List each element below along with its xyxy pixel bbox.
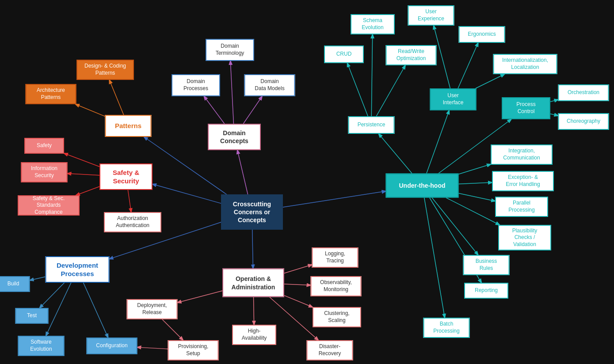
node-configuration: Configuration: [87, 337, 137, 354]
svg-line-28: [432, 198, 478, 255]
diagram: Crosscutting Concerns or ConceptsDomain …: [0, 0, 614, 364]
node-safety-security: Safety & Security: [99, 163, 153, 190]
svg-line-19: [458, 43, 478, 88]
node-safety: Safety: [24, 138, 64, 154]
node-domain-processes: Domain Processes: [172, 74, 220, 96]
svg-line-43: [84, 283, 108, 337]
node-clustering: Clustering, Scaling: [313, 307, 361, 327]
node-operation-admin: Operation & Administration: [222, 269, 284, 297]
svg-line-22: [550, 99, 558, 102]
node-under-the-hood: Under-the-hood: [386, 174, 459, 198]
node-domain-concepts: Domain Concepts: [208, 124, 261, 150]
svg-line-6: [68, 174, 100, 175]
svg-line-14: [347, 63, 368, 116]
svg-line-27: [446, 198, 500, 225]
node-user-experience: User Experience: [408, 5, 454, 26]
node-persistence: Persistence: [348, 116, 395, 134]
svg-line-37: [178, 291, 223, 303]
svg-line-1: [230, 61, 233, 124]
node-build: Build: [0, 276, 30, 292]
node-ergonomics: Ergonomics: [459, 26, 505, 43]
node-patterns: Patterns: [105, 115, 152, 137]
node-choreography: Choreography: [558, 113, 609, 130]
node-software-evolution: Software Evolution: [18, 336, 65, 356]
svg-line-0: [237, 150, 248, 194]
node-design-coding: Design- & Coding Patterns: [76, 60, 134, 80]
svg-line-7: [76, 186, 99, 195]
node-exception-handling: Exception- & Error Handling: [492, 171, 554, 191]
svg-line-33: [284, 284, 311, 285]
node-schema-evolution: Schema Evolution: [351, 14, 395, 34]
svg-line-38: [137, 347, 168, 349]
svg-line-32: [284, 265, 312, 273]
node-logging: Logging, Tracing: [312, 247, 358, 268]
node-high-availability: High- Availability: [232, 325, 276, 345]
svg-line-11: [76, 104, 105, 116]
node-disaster-recovery: Disaster- Recovery: [307, 340, 353, 360]
svg-line-31: [252, 230, 253, 269]
svg-line-23: [550, 114, 558, 116]
svg-line-41: [40, 283, 65, 308]
node-integration: Integration, Communication: [491, 144, 553, 165]
svg-line-20: [476, 74, 504, 88]
svg-line-15: [371, 34, 372, 116]
svg-line-4: [153, 184, 221, 204]
node-batch-processing: Batch Processing: [423, 318, 470, 338]
node-orchestration: Orchestration: [558, 84, 609, 101]
svg-line-35: [270, 297, 318, 341]
node-user-interface: User Interface: [430, 88, 477, 110]
node-provisioning: Provisioning, Setup: [168, 340, 219, 360]
svg-line-44: [162, 319, 183, 340]
node-deployment: Deployment, Release: [127, 299, 178, 319]
svg-line-42: [46, 283, 71, 336]
node-development-processes: Development Processes: [46, 256, 110, 283]
svg-line-8: [128, 190, 131, 212]
node-domain-data-models: Domain Data Models: [244, 74, 295, 96]
svg-line-3: [244, 96, 262, 124]
node-observability: Observability, Monitoring: [311, 276, 362, 296]
node-domain-terminology: Domain Terminology: [206, 39, 254, 61]
node-crosscutting: Crosscutting Concerns or Concepts: [221, 194, 283, 230]
svg-line-26: [459, 193, 496, 201]
node-plausibility: Plausibility Checks / Validation: [498, 225, 551, 250]
svg-line-13: [379, 134, 412, 174]
svg-line-30: [424, 198, 445, 318]
node-process-control: Process Control: [502, 97, 550, 119]
node-information-security: Information Security: [21, 162, 68, 182]
node-crud: CRUD: [324, 46, 364, 63]
svg-line-17: [427, 110, 449, 174]
node-architecture-patterns: Architecture Patterns: [26, 84, 76, 104]
svg-line-10: [109, 80, 123, 115]
svg-line-2: [204, 96, 225, 124]
node-business-rules: Business Rules: [463, 255, 510, 275]
svg-line-16: [376, 65, 405, 116]
svg-line-40: [30, 277, 46, 281]
svg-line-36: [254, 297, 254, 325]
node-intl-localization: Internationalization, Localization: [493, 54, 557, 74]
node-reporting: Reporting: [464, 283, 508, 299]
svg-line-5: [64, 153, 99, 167]
svg-line-12: [283, 191, 386, 207]
node-parallel-processing: Parallel Processing: [495, 197, 548, 217]
node-test: Test: [15, 308, 49, 324]
svg-line-34: [284, 296, 313, 307]
node-safety-standards: Safety & Sec. Standards Compliance: [18, 195, 80, 216]
svg-line-24: [459, 164, 491, 174]
node-rw-optimization: Read/Write Optimization: [386, 45, 437, 65]
svg-line-25: [459, 182, 492, 184]
node-authorization: Authorization Authentication: [104, 212, 161, 232]
